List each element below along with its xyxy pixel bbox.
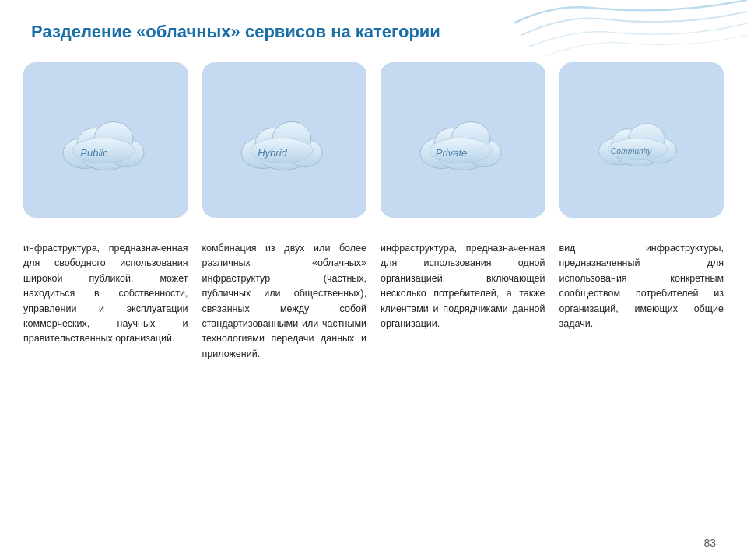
desc-hybrid: комбинация из двух или более различных «… [202,241,367,362]
desc-private: инфраструктура, предназначенная для испо… [381,241,545,362]
card-hybrid: Hybrid [202,62,367,218]
svg-text:Public: Public [80,147,108,159]
decorative-lines [514,0,747,62]
cloud-wrapper-public: Public [31,75,181,207]
svg-text:Community: Community [611,147,652,156]
cloud-wrapper-private: Private [388,75,538,207]
desc-public: инфраструктура, предназначенная для своб… [23,241,188,362]
cloud-icon-private: Private [412,106,514,176]
descriptions-container: инфраструктура, предназначенная для своб… [23,241,724,362]
cloud-icon-public: Public [55,106,156,176]
desc-community: вид инфраструктуры, предназначенный для … [559,241,724,362]
card-community: Community [559,62,724,218]
page-title: Разделение «облачных» сервисов на катего… [31,22,440,42]
cards-container: Public Hybrid [23,62,724,218]
cloud-wrapper-community: Community [567,75,717,207]
card-public: Public [23,62,188,218]
cloud-icon-community: Community [591,106,692,176]
cloud-wrapper-hybrid: Hybrid [210,75,359,207]
card-private: Private [381,62,545,218]
cloud-icon-hybrid: Hybrid [233,106,335,176]
svg-text:Hybrid: Hybrid [258,147,287,159]
page-number: 83 [703,537,716,549]
svg-text:Private: Private [436,147,467,159]
